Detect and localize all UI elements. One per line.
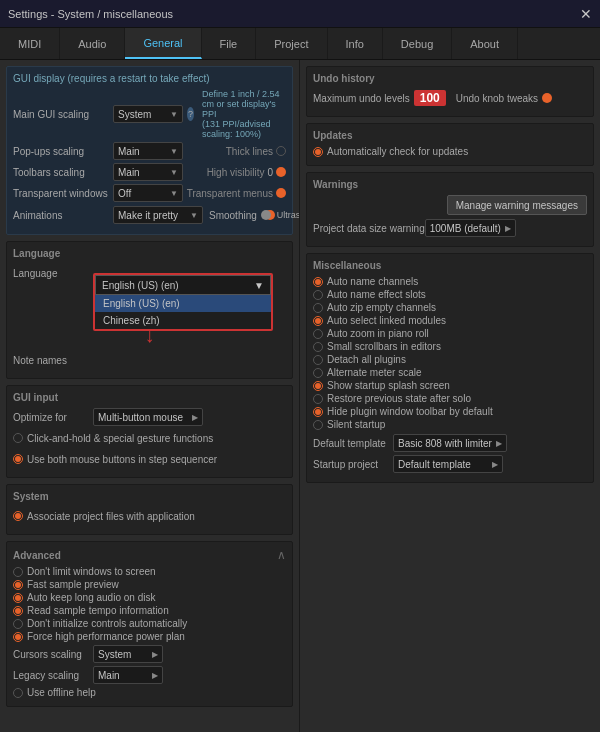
misc-radio-10[interactable] [313,407,323,417]
high-visibility-label: High visibility [207,167,265,178]
undo-title: Undo history [313,73,587,84]
misc-radio-5[interactable] [313,342,323,352]
advanced-item-5: Force high performance power plan [13,631,286,642]
high-visibility-indicator [276,167,286,177]
misc-label-2: Auto zip empty channels [327,302,436,313]
misc-label-11: Silent startup [327,419,385,430]
tab-about[interactable]: About [452,28,518,59]
main-scaling-label: Main GUI scaling [13,109,113,120]
auto-check-radio[interactable] [313,147,323,157]
advanced-collapse[interactable]: ∧ [277,548,286,562]
misc-label-0: Auto name channels [327,276,418,287]
advanced-item-3: Read sample tempo information [13,605,286,616]
data-size-label: Project data size warning [313,223,425,234]
startup-project-label: Startup project [313,459,393,470]
cursors-row: Cursors scaling System▶ [13,645,286,663]
language-section-title: Language [13,248,286,259]
transparent-menus-label: Transparent menus [187,188,273,199]
tab-general[interactable]: General [125,28,201,59]
cursors-dropdown[interactable]: System▶ [93,645,163,663]
tab-info[interactable]: Info [328,28,383,59]
warnings-section: Warnings Manage warning messages Project… [306,172,594,247]
misc-item-10: Hide plugin window toolbar by default [313,406,587,417]
advanced-label-1: Fast sample preview [27,579,119,590]
manage-warnings-button[interactable]: Manage warning messages [447,195,587,215]
data-size-dropdown[interactable]: 100MB (default)▶ [425,219,516,237]
help-button[interactable]: ? [187,107,194,121]
offline-help-label: Use offline help [27,687,96,698]
associate-radio[interactable] [13,511,23,521]
misc-section: Miscellaneous Auto name channels Auto na… [306,253,594,483]
misc-radio-0[interactable] [313,277,323,287]
animations-label: Animations [13,210,113,221]
close-button[interactable]: ✕ [580,6,592,22]
language-dropdown-open[interactable]: English (US) (en) ▼ English (US) (en) Ch… [93,273,273,331]
misc-radio-9[interactable] [313,394,323,404]
default-template-dropdown[interactable]: Basic 808 with limiter▶ [393,434,507,452]
misc-radio-4[interactable] [313,329,323,339]
advanced-radio-5[interactable] [13,632,23,642]
default-template-label: Default template [313,438,393,449]
misc-label-1: Auto name effect slots [327,289,426,300]
popups-scaling-dropdown[interactable]: Main▼ [113,142,183,160]
language-row: Language English (US) (en) ▼ English (US… [13,264,286,282]
tab-audio[interactable]: Audio [60,28,125,59]
misc-radio-2[interactable] [313,303,323,313]
gui-input-section: GUI input Optimize for Multi-button mous… [6,385,293,478]
tab-debug[interactable]: Debug [383,28,452,59]
animations-row: Animations Make it pretty▼ Smoothing Ult… [13,205,286,225]
toolbars-scaling-label: Toolbars scaling [13,167,113,178]
gesture-radio[interactable] [13,433,23,443]
advanced-item-2: Auto keep long audio on disk [13,592,286,603]
updates-title: Updates [313,130,587,141]
optimize-label: Optimize for [13,412,93,423]
undo-knob-indicator [542,93,552,103]
advanced-section: Advanced ∧ Don't limit windows to screen… [6,541,293,707]
popups-scaling-label: Pop-ups scaling [13,146,113,157]
step-seq-label: Use both mouse buttons in step sequencer [27,454,217,465]
startup-project-row: Startup project Default template▶ [313,455,587,473]
animations-dropdown[interactable]: Make it pretty▼ [113,206,203,224]
cursors-label: Cursors scaling [13,649,93,660]
tab-file[interactable]: File [202,28,257,59]
tab-project[interactable]: Project [256,28,327,59]
misc-radio-11[interactable] [313,420,323,430]
gesture-row: Click-and-hold & special gesture functio… [13,429,286,447]
advanced-radio-2[interactable] [13,593,23,603]
titlebar: Settings - System / miscellaneous ✕ [0,0,600,28]
misc-item-9: Restore previous state after solo [313,393,587,404]
max-levels-value[interactable]: 100 [414,90,446,106]
main-scaling-dropdown[interactable]: System▼ [113,105,183,123]
misc-item-2: Auto zip empty channels [313,302,587,313]
main-scaling-row: Main GUI scaling System▼ ? Define 1 inch… [13,89,286,139]
advanced-radio-1[interactable] [13,580,23,590]
misc-item-1: Auto name effect slots [313,289,587,300]
system-section: System Associate project files with appl… [6,484,293,535]
transparent-windows-dropdown[interactable]: Off▼ [113,184,183,202]
advanced-radio-0[interactable] [13,567,23,577]
default-template-row: Default template Basic 808 with limiter▶ [313,434,587,452]
misc-radio-1[interactable] [313,290,323,300]
legacy-dropdown[interactable]: Main▶ [93,666,163,684]
misc-radio-3[interactable] [313,316,323,326]
lang-option-chinese[interactable]: Chinese (zh) [95,312,271,329]
step-seq-row: Use both mouse buttons in step sequencer [13,450,286,468]
legacy-row: Legacy scaling Main▶ [13,666,286,684]
optimize-dropdown[interactable]: Multi-button mouse▶ [93,408,203,426]
startup-project-dropdown[interactable]: Default template▶ [393,455,503,473]
misc-label-8: Show startup splash screen [327,380,450,391]
advanced-radio-3[interactable] [13,606,23,616]
advanced-radio-4[interactable] [13,619,23,629]
misc-radio-8[interactable] [313,381,323,391]
step-seq-radio[interactable] [13,454,23,464]
offline-help-radio[interactable] [13,688,23,698]
lang-option-english[interactable]: English (US) (en) [95,295,271,312]
toolbars-scaling-dropdown[interactable]: Main▼ [113,163,183,181]
tab-midi[interactable]: MIDI [0,28,60,59]
misc-radio-6[interactable] [313,355,323,365]
language-selected[interactable]: English (US) (en) ▼ [95,275,271,295]
misc-radio-7[interactable] [313,368,323,378]
right-panel: Undo history Maximum undo levels 100 Und… [300,60,600,732]
gui-display-section: GUI display (requires a restart to take … [6,66,293,235]
smoothing-label: Smoothing [209,210,257,221]
